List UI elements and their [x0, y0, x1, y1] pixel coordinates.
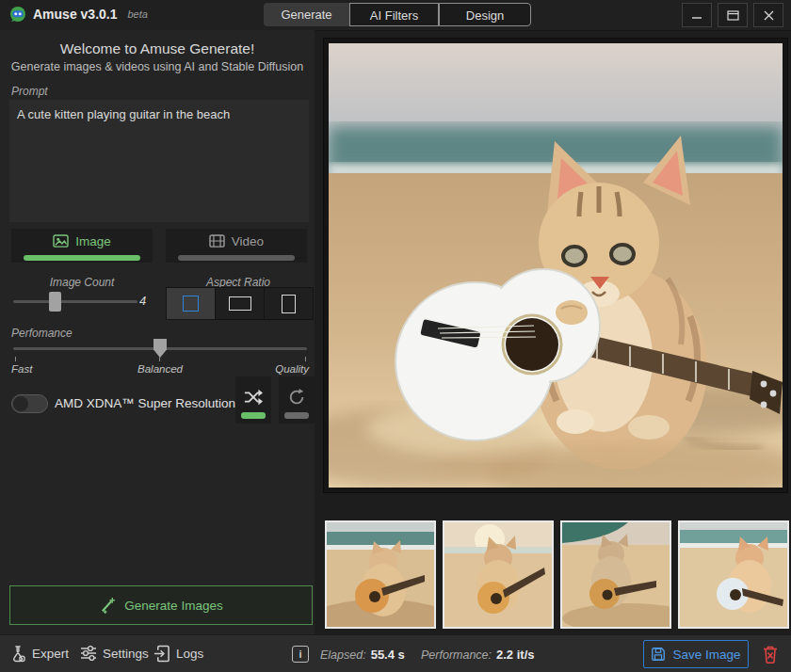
shuffle-button[interactable] [235, 376, 271, 424]
thumbnail-2-image [444, 522, 552, 627]
aspect-portrait-icon [282, 295, 296, 313]
generated-image-preview[interactable] [329, 43, 783, 488]
refresh-button[interactable] [279, 376, 315, 424]
save-image-button[interactable]: Save Image [643, 640, 749, 668]
refresh-icon [287, 388, 306, 407]
maximize-button[interactable] [718, 3, 748, 27]
trash-icon [762, 645, 779, 664]
close-icon [764, 10, 774, 21]
preview-frame [323, 38, 788, 493]
app-logo-group: Amuse v3.0.1 beta [9, 6, 148, 23]
delete-image-button[interactable] [756, 640, 784, 668]
refresh-indicator [284, 412, 309, 419]
image-count-slider[interactable] [13, 300, 137, 303]
aspect-landscape-icon [229, 296, 251, 311]
video-mode-button[interactable]: Video [166, 229, 307, 263]
app-title: Amuse v3.0.1 [33, 7, 118, 22]
thumbnail-1[interactable] [325, 520, 436, 629]
expert-label: Expert [32, 647, 69, 661]
super-resolution-label: AMD XDNA™ Super Resolution [55, 396, 235, 410]
shuffle-indicator [241, 412, 266, 419]
toggle-knob [13, 396, 28, 411]
close-button[interactable] [753, 3, 783, 27]
minimize-button[interactable] [682, 3, 712, 27]
tick-fast [15, 357, 16, 361]
tab-design[interactable]: Design [439, 3, 531, 26]
video-icon [209, 234, 225, 248]
aspect-landscape-button[interactable] [216, 288, 264, 319]
minimize-icon [691, 10, 702, 20]
image-mode-indicator [24, 255, 140, 261]
performance-rate-value: 2.2 it/s [496, 648, 534, 662]
thumbnail-strip [325, 520, 789, 629]
info-icon[interactable]: i [292, 646, 309, 663]
save-icon [651, 647, 666, 662]
title-bar: Amuse v3.0.1 beta Generate AI Filters De… [0, 0, 791, 31]
image-count-slider-thumb[interactable] [49, 292, 61, 312]
thumbnail-4-image [680, 522, 787, 627]
tick-quality [305, 357, 306, 361]
thumbnail-1-image [327, 522, 434, 627]
prompt-input[interactable]: A cute kitten playing guitar in the beac… [9, 100, 309, 222]
generate-images-label: Generate Images [124, 599, 222, 613]
aspect-ratio-group [166, 287, 314, 320]
thumbnail-3[interactable] [560, 520, 671, 629]
thumbnail-2[interactable] [443, 520, 554, 629]
elapsed-readout: Elapsed: 55.4 s [320, 648, 405, 662]
video-mode-label: Video [232, 234, 264, 248]
generate-panel: Welcome to Amuse Generate! Generate imag… [0, 30, 315, 634]
amuse-logo-icon [9, 6, 26, 23]
settings-label: Settings [103, 647, 149, 661]
image-mode-button[interactable]: Image [11, 229, 153, 263]
tick-balanced [159, 357, 160, 361]
performance-fast-label: Fast [11, 363, 32, 375]
aspect-square-icon [183, 296, 199, 312]
welcome-subtitle: Generate images & videos using AI and St… [0, 60, 315, 73]
performance-rate-label: Performance: [421, 648, 492, 662]
app-version-badge: beta [128, 8, 148, 20]
logs-label: Logs [176, 647, 203, 661]
shuffle-icon [243, 388, 264, 407]
aspect-square-button[interactable] [167, 288, 215, 319]
aspect-portrait-button[interactable] [265, 288, 313, 319]
window-controls [682, 3, 783, 27]
prompt-label: Prompt [11, 85, 48, 98]
settings-sliders-icon [80, 645, 97, 662]
elapsed-value: 55.4 s [371, 648, 405, 662]
performance-readout: Performance: 2.2 it/s [421, 648, 535, 662]
performance-quality-label: Quality [234, 363, 309, 375]
thumbnail-3-image [562, 522, 670, 627]
image-mode-label: Image [75, 234, 111, 248]
expert-button[interactable]: Expert [9, 645, 69, 663]
generate-images-button[interactable]: Generate Images [9, 585, 313, 625]
main-tabs: Generate AI Filters Design [264, 3, 531, 26]
tab-generate[interactable]: Generate [264, 3, 349, 26]
thumbnail-4[interactable] [678, 520, 789, 629]
performance-label: Perfomance [11, 327, 73, 340]
elapsed-label: Elapsed: [320, 648, 366, 662]
magic-wand-icon [99, 597, 117, 615]
performance-slider-thumb[interactable] [153, 339, 167, 358]
settings-button[interactable]: Settings [80, 645, 149, 662]
performance-balanced-label: Balanced [104, 363, 217, 375]
image-count-value: 4 [139, 294, 146, 308]
video-mode-indicator [178, 255, 295, 261]
status-bar: Expert Settings Logs i Elapsed: [0, 634, 791, 672]
expert-flask-icon [9, 645, 26, 663]
welcome-title: Welcome to Amuse Generate! [0, 40, 315, 57]
app-window: Amuse v3.0.1 beta Generate AI Filters De… [0, 0, 791, 672]
save-image-label: Save Image [672, 648, 740, 662]
logs-file-icon [153, 645, 170, 663]
tab-ai-filters[interactable]: AI Filters [349, 3, 439, 26]
image-count-label: Image Count [11, 276, 153, 289]
image-icon [53, 234, 69, 248]
super-resolution-toggle[interactable] [11, 394, 48, 413]
logs-button[interactable]: Logs [153, 645, 203, 663]
maximize-icon [727, 10, 739, 21]
